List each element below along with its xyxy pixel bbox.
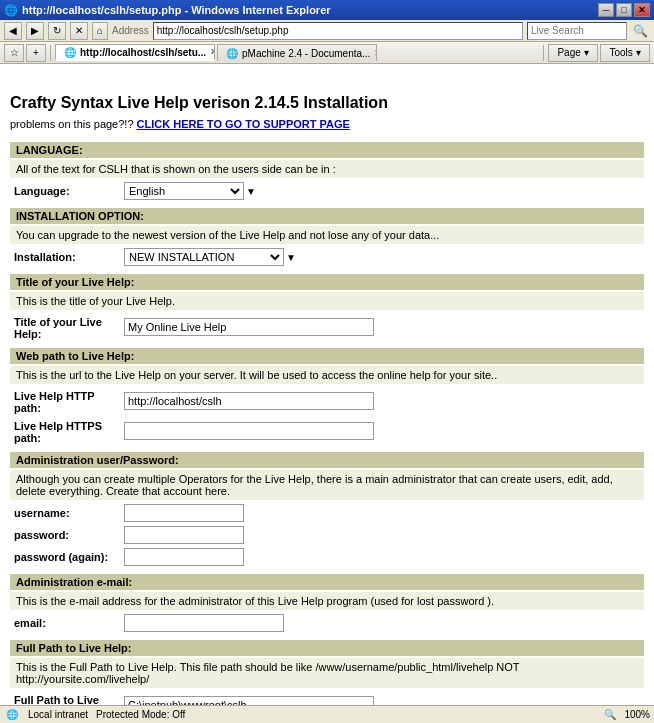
installation-select[interactable]: NEW INSTALLATION: [124, 248, 284, 266]
page-title: Crafty Syntax Live Help verison 2.14.5 I…: [10, 94, 644, 112]
window-title: http://localhost/cslh/setup.php - Window…: [22, 4, 331, 16]
language-section-header: LANGUAGE:: [10, 142, 644, 158]
language-row: Language: English ▼: [10, 182, 644, 200]
installation-select-arrow: ▼: [286, 252, 296, 263]
http-path-input[interactable]: [124, 392, 374, 410]
minimize-button[interactable]: ─: [598, 3, 614, 17]
title-section-desc: This is the title of your Live Help.: [10, 292, 644, 310]
search-icon[interactable]: 🔍: [631, 22, 650, 40]
title-row: Title of your Live Help:: [10, 314, 644, 340]
statusbar-left: 🌐 Local intranet Protected Mode: Off: [4, 707, 185, 723]
https-path-label: Live Help HTTPS path:: [14, 418, 124, 444]
fullpath-input[interactable]: [124, 696, 374, 705]
tab-setup[interactable]: 🌐 http://localhost/cslh/setu... ✕: [55, 44, 215, 61]
email-input[interactable]: [124, 614, 284, 632]
email-row: email:: [10, 614, 644, 632]
title-label: Title of your Live Help:: [14, 314, 124, 340]
statusbar-icon: 🌐: [4, 707, 20, 723]
installation-section-desc: You can upgrade to the newest version of…: [10, 226, 644, 244]
tab-pmachine-label: pMachine 2.4 - Documenta...: [242, 48, 370, 59]
email-label: email:: [14, 617, 124, 629]
tab-pmachine[interactable]: 🌐 pMachine 2.4 - Documenta... ✕: [217, 44, 377, 61]
password-again-input[interactable]: [124, 548, 244, 566]
password-row: password:: [10, 526, 644, 544]
stop-button[interactable]: ✕: [70, 22, 88, 40]
title-label-line2: Help:: [14, 328, 124, 340]
forward-button[interactable]: ▶: [26, 22, 44, 40]
adminemail-section-header: Administration e-mail:: [10, 574, 644, 590]
home-button[interactable]: ⌂: [92, 22, 108, 40]
installation-row: Installation: NEW INSTALLATION ▼: [10, 248, 644, 266]
fullpath-section-desc: This is the Full Path to Live Help. This…: [10, 658, 644, 688]
tab-setup-close[interactable]: ✕: [210, 47, 215, 57]
title-input[interactable]: [124, 318, 374, 336]
support-line: problems on this page?!? CLICK HERE TO G…: [10, 118, 644, 130]
https-label-line2: path:: [14, 432, 124, 444]
toolbar-separator-1: [50, 45, 51, 61]
password-label: password:: [14, 529, 124, 541]
adminemail-section-desc: This is the e-mail address for the admin…: [10, 592, 644, 610]
back-button[interactable]: ◀: [4, 22, 22, 40]
page-menu-button[interactable]: Page ▾: [548, 44, 598, 62]
toolbar-separator-2: [543, 45, 544, 61]
title-label-line1: Title of your Live: [14, 316, 124, 328]
username-row: username:: [10, 504, 644, 522]
tab-pmachine-close[interactable]: ✕: [374, 48, 377, 58]
refresh-button[interactable]: ↻: [48, 22, 66, 40]
fullpath-section-header: Full Path to Live Help:: [10, 640, 644, 656]
page-content: Crafty Syntax Live Help verison 2.14.5 I…: [0, 86, 654, 705]
password-again-row: password (again):: [10, 548, 644, 566]
http-label-line2: path:: [14, 402, 124, 414]
adminuser-section-desc: Although you can create multiple Operato…: [10, 470, 644, 500]
support-prefix: problems on this page?!?: [10, 118, 134, 130]
installation-section-header: INSTALLATION OPTION:: [10, 208, 644, 224]
addressbar: ◀ ▶ ↻ ✕ ⌂ Address 🔍: [0, 20, 654, 42]
fullpath-label: Full Path to Live Help:: [14, 692, 124, 705]
window-titlebar: 🌐 http://localhost/cslh/setup.php - Wind…: [0, 0, 654, 20]
username-input[interactable]: [124, 504, 244, 522]
zoom-label: 100%: [624, 709, 650, 720]
support-link[interactable]: CLICK HERE TO GO TO SUPPORT PAGE: [137, 118, 350, 130]
tab-setup-favicon: 🌐: [64, 47, 76, 58]
webpath-section-header: Web path to Live Help:: [10, 348, 644, 364]
language-section-desc: All of the text for CSLH that is shown o…: [10, 160, 644, 178]
tab-pmachine-favicon: 🌐: [226, 48, 238, 59]
language-select-arrow: ▼: [246, 186, 256, 197]
tabs-container: 🌐 http://localhost/cslh/setu... ✕ 🌐 pMac…: [55, 44, 539, 61]
close-button[interactable]: ✕: [634, 3, 650, 17]
toolbar: ☆ + 🌐 http://localhost/cslh/setu... ✕ 🌐 …: [0, 42, 654, 64]
title-section-header: Title of your Live Help:: [10, 274, 644, 290]
http-label-line1: Live Help HTTP: [14, 390, 124, 402]
installation-label: Installation:: [14, 251, 124, 263]
add-favorites-button[interactable]: +: [26, 44, 46, 62]
https-label-line1: Live Help HTTPS: [14, 420, 124, 432]
language-select[interactable]: English: [124, 182, 244, 200]
https-path-row: Live Help HTTPS path:: [10, 418, 644, 444]
fullpath-label-line1: Full Path to Live: [14, 694, 124, 705]
webpath-section-desc: This is the url to the Live Help on your…: [10, 366, 644, 384]
protected-label: Protected Mode: Off: [96, 709, 185, 720]
search-input[interactable]: [527, 22, 627, 40]
http-path-row: Live Help HTTP path:: [10, 388, 644, 414]
tools-menu-button[interactable]: Tools ▾: [600, 44, 650, 62]
adminuser-section-header: Administration user/Password:: [10, 452, 644, 468]
maximize-button[interactable]: □: [616, 3, 632, 17]
zoom-icon: 🔍: [604, 709, 616, 720]
address-label: Address: [112, 25, 149, 36]
https-path-input[interactable]: [124, 422, 374, 440]
fullpath-row: Full Path to Live Help:: [10, 692, 644, 705]
favorites-button[interactable]: ☆: [4, 44, 24, 62]
statusbar: 🌐 Local intranet Protected Mode: Off 🔍 1…: [0, 705, 654, 723]
tab-setup-label: http://localhost/cslh/setu...: [80, 47, 206, 58]
password-input[interactable]: [124, 526, 244, 544]
titlebar-left: 🌐 http://localhost/cslh/setup.php - Wind…: [4, 4, 331, 17]
password-again-label: password (again):: [14, 551, 124, 563]
address-input[interactable]: [153, 22, 523, 40]
statusbar-right: 🔍 100%: [604, 709, 650, 720]
http-path-label: Live Help HTTP path:: [14, 388, 124, 414]
window-icon: 🌐: [4, 4, 18, 17]
language-label: Language:: [14, 185, 124, 197]
username-label: username:: [14, 507, 124, 519]
zone-label: Local intranet: [28, 709, 88, 720]
window-controls: ─ □ ✕: [598, 3, 650, 17]
